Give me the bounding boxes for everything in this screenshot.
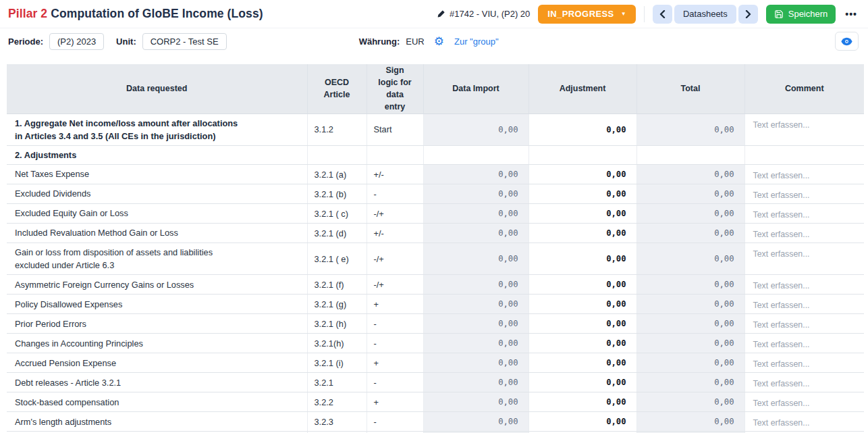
status-dropdown-button[interactable]: IN_PROGRESS ▼: [538, 5, 636, 24]
sign-logic-cell: -: [367, 314, 423, 334]
comment-cell[interactable]: Text erfassen...: [744, 184, 864, 204]
table-row: Debt releases - Article 3.2.13.2.1-0,000…: [7, 373, 864, 392]
unit-label: Unit:: [116, 36, 136, 47]
oecd-article-cell: 3.2.1 (h): [307, 314, 367, 334]
table-row: Excluded Dividends3.2.1 (b)-0,000,000,00…: [7, 184, 864, 204]
next-datasheet-button[interactable]: [738, 5, 758, 24]
row-label-line: 1. Aggregate Net income/loss amount afte…: [15, 117, 299, 130]
adjustment-cell[interactable]: 0,00: [528, 353, 636, 373]
comment-cell[interactable]: Text erfassen...: [744, 353, 864, 373]
comment-cell[interactable]: Text erfassen...: [744, 224, 864, 243]
row-label-cell: Excluded Equity Gain or Loss: [7, 204, 307, 224]
table-row: Included Revaluation Method Gain or Loss…: [7, 224, 864, 243]
comment-cell[interactable]: [744, 145, 864, 164]
edit-pencil-icon[interactable]: [437, 9, 445, 18]
comment-cell[interactable]: Text erfassen...: [744, 243, 864, 275]
comment-cell[interactable]: Text erfassen...: [744, 204, 864, 224]
data-import-cell: [423, 145, 528, 164]
adjustment-cell[interactable]: [528, 145, 636, 164]
sign-logic-cell: +/-: [367, 224, 423, 243]
sign-logic-cell: -/+: [367, 243, 423, 275]
comment-cell[interactable]: Text erfassen...: [744, 412, 864, 432]
gear-icon[interactable]: ⚙: [434, 36, 444, 47]
row-label-line: Policy Disallowed Expenses: [15, 298, 299, 311]
adjustment-cell[interactable]: 0,00: [528, 295, 636, 314]
row-label-cell: Prior Period Errors: [7, 314, 307, 334]
status-label: IN_PROGRESS: [547, 9, 614, 19]
unit-select[interactable]: CORP2 - Test SE: [142, 33, 227, 50]
adjustment-cell[interactable]: 0,00: [528, 275, 636, 295]
row-label-cell: Included Revaluation Method Gain or Loss: [7, 224, 307, 243]
more-options-icon: •••: [845, 9, 857, 20]
save-button[interactable]: Speichern: [766, 5, 836, 24]
top-bar-actions: #1742 - VIU, (P2) 20 IN_PROGRESS ▼ Datas…: [437, 5, 859, 24]
group-link[interactable]: Zur "group": [454, 36, 499, 47]
total-cell: 0,00: [636, 373, 744, 392]
periode-label: Periode:: [8, 36, 43, 47]
adjustment-cell[interactable]: 0,00: [528, 314, 636, 334]
row-label-line: 2. Adjustments: [15, 149, 299, 161]
table-row: Changes in Accounting Principles3.2.1(h)…: [7, 334, 864, 353]
periode-select[interactable]: (P2) 2023: [49, 33, 104, 50]
adjustment-cell[interactable]: 0,00: [528, 224, 636, 243]
comment-cell[interactable]: Text erfassen...: [744, 165, 864, 184]
total-cell: 0,00: [636, 353, 744, 373]
adjustment-cell[interactable]: 0,00: [528, 113, 636, 145]
sign-logic-cell: -: [367, 412, 423, 432]
adjustment-cell[interactable]: 0,00: [528, 165, 636, 184]
adjustment-cell[interactable]: 0,00: [528, 204, 636, 224]
sign-logic-cell: -: [367, 373, 423, 392]
comment-cell[interactable]: Text erfassen...: [744, 295, 864, 314]
row-label-line: excluded under Article 6.3: [15, 259, 299, 272]
table-row: Asymmetric Foreign Currency Gains or Los…: [7, 275, 864, 295]
currency-label: Währung:: [359, 36, 400, 47]
row-label-line: Excluded Dividends: [15, 187, 299, 200]
oecd-article-cell: 3.1.2: [307, 113, 367, 145]
adjustment-cell[interactable]: 0,00: [528, 412, 636, 432]
adjustment-cell[interactable]: 0,00: [528, 184, 636, 204]
oecd-article-cell: [307, 145, 367, 164]
table-row: Excluded Equity Gain or Loss3.2.1 ( c)-/…: [7, 204, 864, 224]
datasheets-label: Datasheets: [683, 9, 728, 19]
save-floppy-icon: [774, 9, 784, 19]
prev-datasheet-button[interactable]: [653, 5, 672, 24]
oecd-article-cell: 3.2.1 (g): [307, 295, 367, 314]
total-cell: 0,00: [636, 314, 744, 334]
oecd-article-cell: 3.2.1: [307, 373, 367, 392]
datasheets-button[interactable]: Datasheets: [674, 5, 736, 24]
comment-placeholder: Text erfassen...: [753, 230, 810, 239]
table-row: Gain or loss from disposition of assets …: [7, 243, 864, 275]
data-import-cell: 0,00: [423, 334, 528, 353]
globe-income-table: Data requested OECD Article Sign logic f…: [7, 64, 864, 433]
sign-logic-cell: -/+: [367, 275, 423, 295]
row-label-line: in Articles 3.4 and 3.5 (All CEs in the …: [15, 130, 299, 143]
adjustment-cell[interactable]: 0,00: [528, 373, 636, 392]
sign-logic-cell: -/+: [367, 204, 423, 224]
page-title: Pillar 2Computation of GloBE Income (Los…: [8, 7, 263, 21]
row-label-cell: Arm's length adjustments: [7, 412, 307, 432]
comment-placeholder: Text erfassen...: [753, 359, 810, 369]
comment-cell[interactable]: Text erfassen...: [744, 314, 864, 334]
comment-cell[interactable]: Text erfassen...: [744, 275, 864, 295]
comment-placeholder: Text erfassen...: [753, 340, 810, 349]
row-label-line: Changes in Accounting Principles: [15, 337, 299, 350]
comment-placeholder: Text erfassen...: [753, 281, 810, 290]
visibility-toggle-button[interactable]: [835, 32, 859, 51]
row-label-cell: Gain or loss from disposition of assets …: [7, 243, 307, 275]
table-body: 1. Aggregate Net income/loss amount afte…: [7, 113, 864, 433]
more-options-button[interactable]: •••: [844, 9, 859, 20]
adjustment-cell[interactable]: 0,00: [528, 334, 636, 353]
top-bar: Pillar 2Computation of GloBE Income (Los…: [0, 0, 868, 28]
adjustment-cell[interactable]: 0,00: [528, 243, 636, 275]
comment-cell[interactable]: Text erfassen...: [744, 113, 864, 145]
row-label-line: Accrued Pension Expense: [15, 357, 299, 370]
comment-cell[interactable]: Text erfassen...: [744, 373, 864, 392]
row-label-cell: 2. Adjustments: [7, 145, 307, 164]
row-label-line: Included Revaluation Method Gain or Loss: [15, 226, 299, 239]
comment-cell[interactable]: Text erfassen...: [744, 334, 864, 353]
chevron-left-icon: [659, 10, 666, 18]
comment-cell[interactable]: Text erfassen...: [744, 392, 864, 412]
data-import-cell: 0,00: [423, 295, 528, 314]
row-label-cell: Debt releases - Article 3.2.1: [7, 373, 307, 392]
adjustment-cell[interactable]: 0,00: [528, 392, 636, 412]
